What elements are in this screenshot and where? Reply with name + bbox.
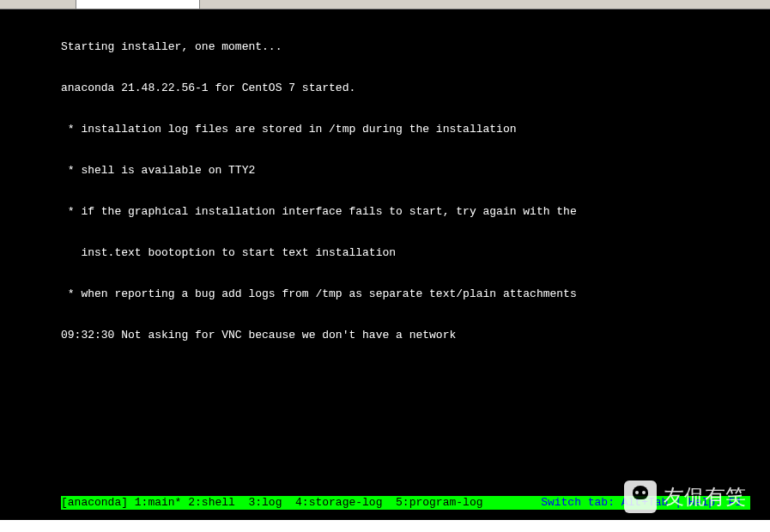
window-tab[interactable] — [76, 0, 200, 9]
watermark-text: 友侃有笑 — [664, 483, 746, 511]
terminal-line: * if the graphical installation interfac… — [0, 205, 770, 219]
terminal-line: * when reporting a bug add logs from /tm… — [0, 287, 770, 301]
terminal-line: Starting installer, one moment... — [0, 40, 770, 54]
terminal-line: inst.text bootoption to start text insta… — [0, 246, 770, 260]
status-bar-tabs[interactable]: [anaconda] 1:main* 2:shell 3:log 4:stora… — [61, 496, 482, 510]
terminal-line: * shell is available on TTY2 — [0, 164, 770, 178]
wechat-icon — [624, 481, 657, 513]
terminal-output: Starting installer, one moment... anacon… — [0, 9, 770, 522]
terminal-line: * installation log files are stored in /… — [0, 123, 770, 136]
window-top-bar — [0, 0, 770, 9]
terminal-line: anaconda 21.48.22.56-1 for CentOS 7 star… — [0, 82, 770, 95]
watermark: 友侃有笑 — [624, 481, 746, 513]
window-bottom-area — [0, 520, 770, 532]
terminal-line: 09:32:30 Not asking for VNC because we d… — [0, 329, 770, 342]
